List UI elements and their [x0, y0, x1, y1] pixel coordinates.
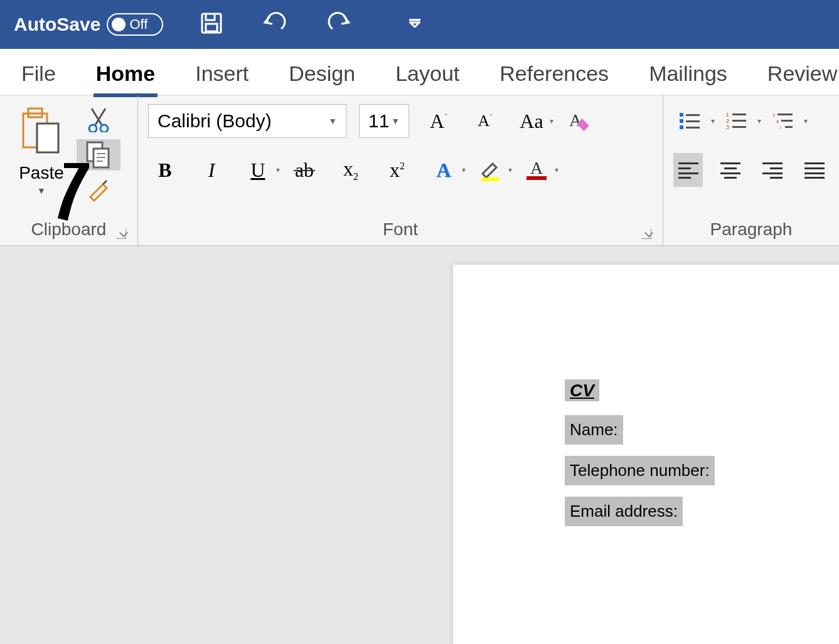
bold-button[interactable]: B	[148, 153, 182, 187]
svg-rect-32	[785, 126, 793, 128]
svg-text:2: 2	[726, 118, 729, 124]
doc-title[interactable]: CV	[565, 379, 599, 401]
subscript-button[interactable]: x2	[334, 153, 368, 187]
svg-text:A: A	[530, 158, 543, 177]
svg-text:a: a	[776, 119, 779, 124]
title-bar: AutoSave Off	[0, 0, 839, 49]
text-effects-button[interactable]: A	[427, 153, 461, 187]
clear-format-icon: A	[567, 110, 589, 132]
paste-icon	[19, 104, 63, 159]
group-label-clipboard: Clipboard	[31, 219, 107, 240]
multilevel-list-button[interactable]: 1 a i	[766, 104, 800, 138]
shrink-font-button[interactable]: Aˇ	[468, 104, 502, 138]
doc-field-email[interactable]: Email address:	[565, 497, 683, 526]
svg-rect-33	[678, 162, 698, 164]
svg-rect-46	[804, 167, 825, 169]
align-right-button[interactable]	[757, 153, 787, 187]
document-canvas[interactable]: CV Name: Telephone number: Email address…	[0, 246, 839, 644]
brush-icon	[87, 178, 110, 202]
align-center-button[interactable]	[715, 153, 745, 187]
shrink-font-icon: Aˇ	[478, 112, 493, 130]
svg-rect-35	[678, 172, 698, 174]
group-clipboard: Paste ▼	[0, 95, 138, 245]
bullets-button[interactable]	[673, 104, 707, 138]
format-painter-button[interactable]	[77, 174, 120, 206]
highlight-button[interactable]	[473, 153, 507, 187]
align-left-icon	[678, 161, 698, 179]
tab-file[interactable]: File	[19, 55, 58, 88]
svg-rect-19	[680, 125, 683, 129]
superscript-icon: x2	[390, 159, 405, 182]
align-right-icon	[762, 161, 783, 179]
tab-layout[interactable]: Layout	[393, 55, 462, 88]
undo-icon[interactable]	[262, 11, 287, 38]
group-label-font: Font	[383, 219, 418, 240]
paste-dropdown-icon[interactable]: ▼	[37, 186, 46, 196]
font-name-value: Calibri (Body)	[158, 110, 272, 132]
svg-rect-48	[804, 177, 825, 179]
tab-mailings[interactable]: Mailings	[646, 55, 730, 88]
strikethrough-button[interactable]: ab	[287, 153, 321, 187]
italic-button[interactable]: I	[195, 153, 228, 187]
text-effects-icon: A	[436, 159, 451, 182]
font-size-select[interactable]: 11 ▼	[359, 104, 409, 138]
doc-field-phone[interactable]: Telephone number:	[565, 456, 715, 485]
toggle-knob	[112, 18, 126, 31]
tab-design[interactable]: Design	[286, 55, 358, 88]
svg-rect-45	[804, 162, 825, 164]
svg-rect-5	[37, 124, 58, 152]
paste-button[interactable]: Paste ▼	[10, 104, 73, 206]
ribbon-tabs: File Home Insert Design Layout Reference…	[0, 49, 839, 95]
svg-rect-37	[720, 162, 740, 164]
copy-button[interactable]	[77, 139, 120, 171]
tab-references[interactable]: References	[497, 55, 611, 88]
subscript-icon: x2	[343, 157, 358, 182]
cut-button[interactable]	[77, 104, 120, 135]
tab-home[interactable]: Home	[94, 55, 158, 88]
svg-text:3: 3	[726, 124, 729, 130]
svg-rect-20	[686, 127, 700, 129]
font-name-select[interactable]: Calibri (Body) ▼	[148, 104, 346, 138]
svg-rect-14	[526, 176, 547, 180]
underline-button[interactable]: U	[241, 153, 275, 187]
svg-rect-22	[732, 113, 746, 115]
underline-icon: U	[250, 159, 265, 182]
ribbon: Paste ▼	[0, 95, 839, 246]
autosave-label: AutoSave	[14, 14, 100, 35]
font-dialog-launcher[interactable]	[641, 229, 651, 239]
clear-formatting-button[interactable]: A	[561, 104, 595, 138]
redo-icon[interactable]	[326, 11, 351, 38]
svg-rect-34	[678, 167, 691, 169]
justify-button[interactable]	[799, 153, 829, 187]
font-size-value: 11	[368, 110, 389, 132]
doc-field-name[interactable]: Name:	[565, 415, 623, 445]
save-icon[interactable]	[200, 11, 223, 38]
change-case-button[interactable]: Aa	[515, 104, 548, 138]
svg-rect-38	[724, 167, 737, 169]
strikethrough-icon: ab	[295, 159, 314, 182]
svg-rect-12	[481, 177, 499, 181]
align-left-button[interactable]	[673, 153, 703, 187]
change-case-icon: Aa	[520, 110, 543, 133]
qat-dropdown-icon[interactable]	[409, 19, 420, 30]
svg-point-7	[100, 125, 108, 132]
autosave-toggle[interactable]: AutoSave Off	[14, 13, 163, 36]
justify-icon	[804, 161, 825, 179]
tab-insert[interactable]: Insert	[193, 55, 251, 88]
svg-text:1: 1	[772, 112, 776, 118]
svg-rect-15	[680, 113, 683, 117]
page[interactable]: CV Name: Telephone number: Email address…	[453, 265, 839, 644]
grow-font-button[interactable]: Aˆ	[422, 104, 456, 138]
font-color-button[interactable]: A	[520, 153, 553, 187]
toggle-state: Off	[129, 16, 147, 33]
toggle-switch[interactable]: Off	[107, 13, 163, 36]
numbering-button[interactable]: 1 2 3	[720, 104, 754, 138]
grow-font-icon: Aˆ	[430, 110, 447, 133]
clipboard-dialog-launcher[interactable]	[116, 229, 126, 239]
tab-review[interactable]: Review	[765, 55, 839, 88]
svg-rect-1	[206, 24, 217, 31]
copy-icon	[86, 141, 111, 169]
svg-rect-42	[770, 167, 783, 169]
bullets-icon	[680, 112, 701, 130]
superscript-button[interactable]: x2	[380, 153, 414, 187]
